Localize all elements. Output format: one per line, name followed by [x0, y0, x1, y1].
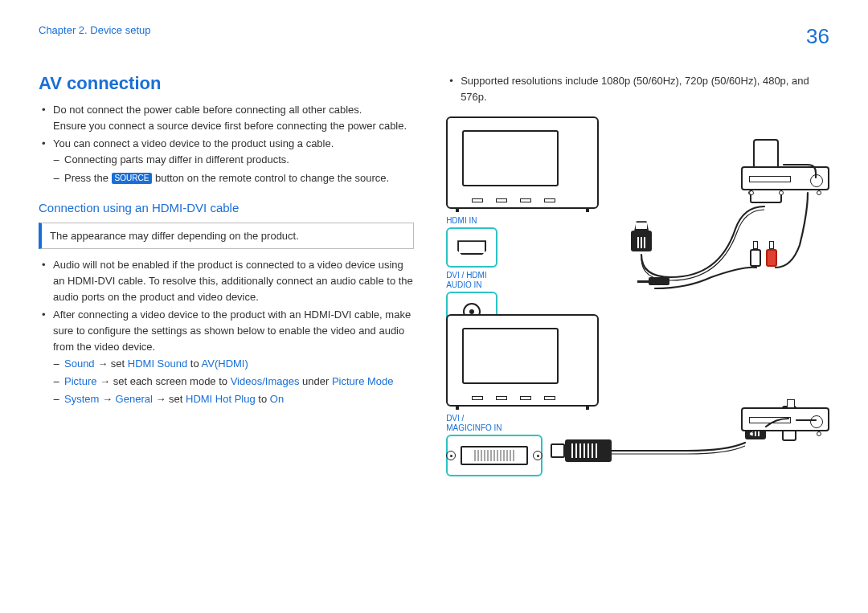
intro-list: Do not connect the power cable before co…	[39, 102, 414, 186]
page-title: AV connection	[39, 73, 414, 94]
dvi-label-1: DVI /	[446, 414, 542, 423]
list-item: Picture → set each screen mode to Videos…	[53, 374, 414, 390]
chapter-label: Chapter 2. Device setup	[39, 24, 150, 36]
list-item: You can connect a video device to the pr…	[42, 136, 414, 186]
text: → set	[95, 358, 128, 370]
dvi-label-2: MAGICINFO IN	[446, 423, 542, 433]
note-callout: The appearance may differ depending on t…	[39, 223, 414, 249]
menu-path: HDMI Hot Plug	[186, 393, 256, 405]
list-item: Audio will not be enabled if the product…	[42, 257, 414, 305]
menu-path: System	[64, 393, 99, 405]
page-header: Chapter 2. Device setup 36	[39, 24, 829, 49]
menu-path: Picture	[64, 375, 96, 387]
text: to	[256, 393, 270, 405]
list-item: Press the SOURCE button on the remote co…	[53, 170, 414, 186]
list-item: System → General → set HDMI Hot Plug to …	[53, 391, 414, 407]
audio-in-label-2: AUDIO IN	[446, 280, 497, 290]
menu-path: Picture Mode	[332, 375, 394, 387]
list-item: Do not connect the power cable before co…	[42, 102, 414, 134]
text: Do not connect the power cable before co…	[53, 104, 362, 116]
text: Ensure you connect a source device first…	[53, 120, 407, 132]
body-list: Audio will not be enabled if the product…	[39, 257, 414, 407]
list-item: Sound → set HDMI Sound to AV(HDMI)	[53, 356, 414, 372]
text: → set each screen mode to	[96, 375, 230, 387]
list-item: Connecting parts may differ in different…	[53, 152, 414, 168]
text: under	[299, 375, 331, 387]
rca-white-plug-icon	[750, 241, 761, 268]
dvi-plug-icon	[565, 439, 612, 462]
text: button on the remote control to change t…	[152, 172, 389, 184]
menu-path: HDMI Sound	[128, 358, 187, 370]
rca-red-plug-icon	[766, 241, 777, 268]
text: Press the	[64, 172, 112, 184]
diagram-hdmi-dvi: HDMI IN DVI / HDMI AUDIO IN	[446, 116, 829, 309]
monitor-back-icon	[446, 116, 599, 209]
text: → set	[153, 393, 186, 405]
menu-path: Videos/Images	[231, 375, 300, 387]
menu-path: On	[270, 393, 284, 405]
external-device-icon	[741, 166, 829, 190]
list-item: After connecting a video device to the p…	[42, 307, 414, 407]
right-column: Supported resolutions include 1080p (50/…	[446, 73, 829, 499]
resolutions-note: Supported resolutions include 1080p (50/…	[449, 73, 829, 105]
audio-plug-icon	[637, 277, 669, 285]
hdmi-in-label: HDMI IN	[446, 216, 497, 226]
menu-path: AV(HDMI)	[202, 358, 248, 370]
text: to	[187, 358, 201, 370]
monitor-back-icon	[446, 314, 599, 407]
audio-in-label-1: DVI / HDMI	[446, 271, 497, 280]
menu-path: Sound	[64, 358, 95, 370]
subheading: Connection using an HDMI-DVI cable	[39, 201, 414, 215]
external-device-icon	[741, 407, 829, 431]
diagram-dvi-magicinfo: DVI / MAGICINFO IN	[446, 314, 829, 499]
page-number: 36	[806, 24, 829, 49]
menu-path: General	[116, 393, 153, 405]
text: You can connect a video device to the pr…	[53, 137, 334, 149]
source-button-label: SOURCE	[112, 173, 153, 184]
hdmi-plug-icon	[631, 221, 652, 256]
dvi-port-icon	[446, 435, 542, 476]
text: →	[99, 393, 115, 405]
text: After connecting a video device to the p…	[53, 309, 411, 353]
left-column: AV connection Do not connect the power c…	[39, 73, 414, 499]
hdmi-port-icon	[446, 227, 497, 268]
